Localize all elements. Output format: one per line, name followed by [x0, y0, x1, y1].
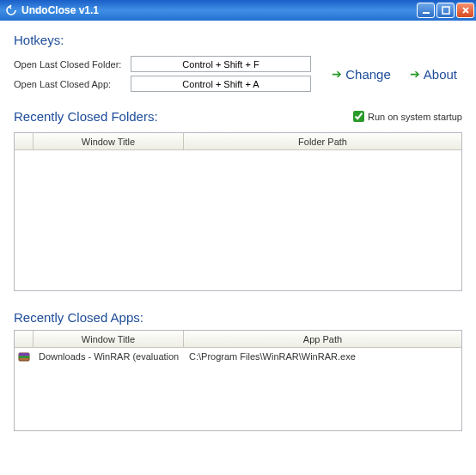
- window-controls: [417, 3, 474, 18]
- apps-list[interactable]: Window Title App Path Downloads - WinRAR…: [14, 330, 462, 431]
- change-button[interactable]: ➔ Change: [326, 67, 396, 82]
- app-row-title: Downloads - WinRAR (evaluation: [34, 351, 184, 362]
- window-title: UndoClose v1.1: [21, 4, 417, 16]
- table-row[interactable]: Downloads - WinRAR (evaluationC:\Program…: [15, 348, 461, 365]
- maximize-button[interactable]: [436, 3, 455, 18]
- folders-col-path[interactable]: Folder Path: [184, 133, 461, 149]
- svg-rect-4: [19, 356, 29, 358]
- folders-header-row: Window Title Folder Path: [15, 133, 461, 150]
- arrow-right-icon: ➔: [410, 67, 420, 81]
- app-window: UndoClose v1.1 Hotkeys: Open Last Closed…: [0, 0, 476, 475]
- close-button[interactable]: [456, 3, 474, 18]
- app-icon: [5, 4, 17, 16]
- startup-label: Run on system startup: [368, 112, 462, 122]
- hotkey-folder-label: Open Last Closed Folder:: [14, 59, 131, 70]
- startup-checkbox-row[interactable]: Run on system startup: [353, 111, 462, 122]
- hotkeys-panel: Open Last Closed Folder: Open Last Close…: [14, 52, 462, 95]
- folders-col-title[interactable]: Window Title: [34, 133, 184, 149]
- folders-heading: Recently Closed Folders:: [14, 109, 158, 124]
- hotkey-folder-input[interactable]: [131, 56, 311, 72]
- apps-col-path[interactable]: App Path: [184, 331, 461, 347]
- folders-body: [15, 150, 461, 290]
- folders-list[interactable]: Window Title Folder Path: [14, 132, 462, 291]
- app-row-icon: [15, 350, 34, 362]
- apps-body: Downloads - WinRAR (evaluationC:\Program…: [15, 348, 461, 430]
- app-row-path: C:\Program Files\WinRAR\WinRAR.exe: [184, 351, 461, 362]
- apps-header-row: Window Title App Path: [15, 331, 461, 348]
- apps-col-title[interactable]: Window Title: [34, 331, 184, 347]
- apps-col-icon[interactable]: [15, 331, 34, 347]
- svg-rect-3: [19, 353, 29, 356]
- titlebar[interactable]: UndoClose v1.1: [0, 0, 476, 21]
- svg-rect-0: [423, 12, 430, 14]
- hotkey-app-label: Open Last Closed App:: [14, 79, 131, 89]
- minimize-button[interactable]: [417, 3, 435, 18]
- hotkey-app-input[interactable]: [131, 76, 311, 92]
- change-label: Change: [345, 67, 391, 82]
- content-area: Hotkeys: Open Last Closed Folder: Open L…: [0, 21, 476, 475]
- startup-checkbox[interactable]: [353, 111, 364, 122]
- about-button[interactable]: ➔ About: [405, 67, 462, 82]
- about-label: About: [424, 67, 457, 82]
- arrow-right-icon: ➔: [332, 67, 342, 81]
- apps-heading: Recently Closed Apps:: [14, 310, 462, 325]
- svg-rect-1: [442, 7, 449, 14]
- folders-col-icon[interactable]: [15, 133, 34, 149]
- hotkeys-heading: Hotkeys:: [14, 33, 462, 47]
